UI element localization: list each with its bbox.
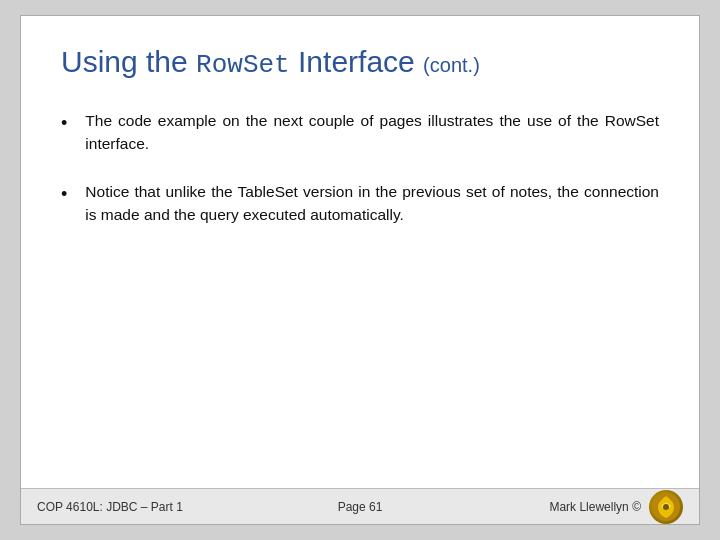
title-part2: Interface [290,45,423,78]
slide-content: Using the RowSet Interface (cont.) • The… [21,16,699,488]
svg-point-1 [663,504,669,510]
bullet-text-1: The code example on the next couple of p… [85,109,659,156]
title-cont: (cont.) [423,54,480,76]
ucf-logo-icon [649,490,683,524]
footer-left: COP 4610L: JDBC – Part 1 [37,500,252,514]
slide: Using the RowSet Interface (cont.) • The… [20,15,700,525]
bullet-item-1: • The code example on the next couple of… [61,109,659,156]
bullet-text-2: Notice that unlike the TableSet version … [85,180,659,227]
footer-author: Mark Llewellyn © [549,500,641,514]
bullet-list: • The code example on the next couple of… [61,109,659,226]
title-part1: Using the [61,45,196,78]
bullet-dot-1: • [61,110,67,137]
title-code: RowSet [196,50,290,80]
footer-right: Mark Llewellyn © [468,490,683,524]
footer: COP 4610L: JDBC – Part 1 Page 61 Mark Ll… [21,488,699,524]
bullet-item-2: • Notice that unlike the TableSet versio… [61,180,659,227]
slide-title: Using the RowSet Interface (cont.) [61,44,659,81]
footer-page: Page 61 [338,500,383,514]
bullet-dot-2: • [61,181,67,208]
footer-center: Page 61 [252,500,467,514]
footer-course: COP 4610L: JDBC – Part 1 [37,500,183,514]
